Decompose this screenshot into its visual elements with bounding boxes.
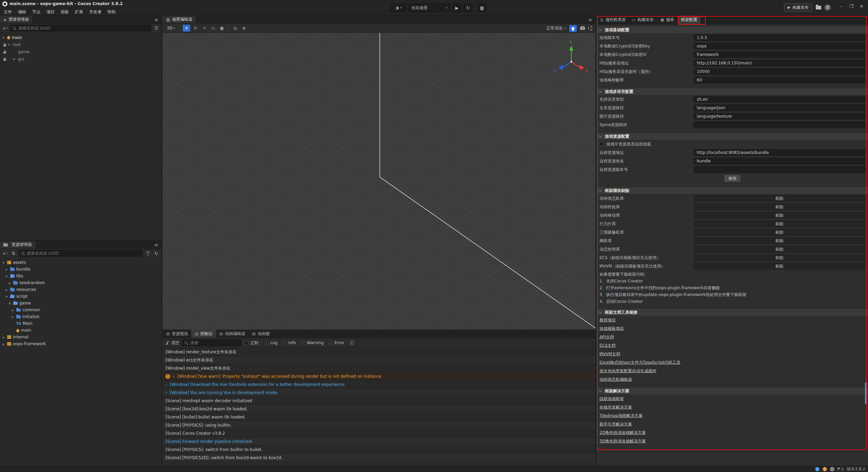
tab-scene-editor[interactable]: ▦场景编辑器 — [163, 16, 196, 23]
save-button[interactable]: 保存 — [725, 175, 740, 182]
help-button[interactable]: ? — [825, 4, 831, 11]
regex-checkbox[interactable]: 正则 — [244, 340, 258, 346]
console-search-input[interactable] — [190, 340, 241, 345]
scene-select-dropdown[interactable]: 当前场景▾ — [408, 3, 450, 12]
tree-row[interactable]: internal — [0, 334, 161, 340]
inspector-tab[interactable]: 属性检查器 — [597, 16, 629, 24]
gear-icon[interactable] — [588, 26, 593, 31]
assets-search-input[interactable] — [26, 251, 140, 256]
log-row[interactable]: ! › [Window] Download the Vue Devtools e… — [163, 380, 595, 389]
log-count-badge[interactable]: 3 — [815, 467, 820, 471]
expand-arrow-icon[interactable] — [3, 261, 7, 264]
section-header[interactable]: 框架解决方案 — [597, 388, 868, 394]
tree-row[interactable]: initialize — [0, 313, 161, 320]
log-row[interactable]: ! › [Scene] Forward render pipeline init… — [163, 437, 595, 446]
rotate-tool-button[interactable]: ↻ — [192, 25, 199, 32]
inspector-tab[interactable]: 框架配置 — [677, 16, 701, 24]
play-button[interactable]: ▶ — [452, 3, 461, 12]
checkbox-icon[interactable] — [282, 341, 287, 345]
log-filter-checkbox[interactable]: Log — [264, 340, 277, 345]
console-tab[interactable]: ▤ 控制台 — [191, 330, 216, 338]
sort-assets-button[interactable]: ⇅ — [10, 250, 17, 257]
log-filter-checkbox[interactable]: Warning — [301, 340, 323, 345]
console-tab[interactable]: ▤ 动画图 — [249, 330, 273, 338]
log-row[interactable]: ! › [Scene] [PHYSICS2D]: switch from box… — [163, 454, 595, 462]
doc-link[interactable]: 原生包热更新配置自动生成插件 — [599, 368, 656, 374]
expand-arrow-icon[interactable] — [3, 342, 7, 346]
checkbox-icon[interactable] — [264, 341, 269, 345]
error-count-badge[interactable]: 0 — [830, 467, 834, 471]
log-row[interactable]: ! › [Scene] [PHYSICS]: switch from built… — [163, 446, 595, 454]
expand-arrow-icon[interactable] — [6, 288, 10, 292]
remove-module-button[interactable]: 剔除 — [694, 195, 865, 202]
notification-indicator[interactable]: 0 — [837, 467, 844, 472]
assets-filter-button[interactable] — [144, 250, 151, 257]
pivot-toggle-button[interactable]: ◎ — [231, 25, 239, 32]
log-row[interactable]: ! › [Window] [Vue warn]: Property "onInp… — [163, 372, 595, 380]
rect-tool-button[interactable]: ▭ — [209, 25, 217, 32]
coordinate-toggle-button[interactable]: ⊕ — [240, 25, 248, 32]
panel-menu-icon[interactable]: ≡ — [151, 241, 161, 249]
doc-link[interactable]: 动画状态机编辑器 — [599, 376, 632, 382]
tab-hierarchy[interactable]: ◈层级管理器 — [0, 16, 32, 23]
field-input[interactable] — [694, 166, 865, 173]
solution-link[interactable]: 全栈开发解决方案 — [599, 404, 632, 410]
layout-button[interactable]: ▦ — [477, 3, 487, 12]
section-header[interactable]: 游戏资源配置 — [597, 133, 868, 140]
expand-arrow-icon[interactable] — [6, 268, 10, 271]
log-row[interactable]: ! › [Scene] [bullet]:bullet wasm lib loa… — [163, 413, 595, 421]
minimize-button[interactable]: – — [836, 2, 846, 11]
add-asset-button[interactable]: +▾ — [2, 250, 8, 257]
checkbox-icon[interactable] — [244, 341, 249, 345]
tree-row[interactable]: gui — [0, 55, 161, 62]
expand-arrow-icon[interactable] — [3, 335, 7, 339]
expand-arrow-icon[interactable] — [12, 315, 16, 319]
step-button[interactable]: ↻ — [463, 3, 473, 12]
solution-link[interactable]: 新手引导解决方案 — [599, 421, 632, 427]
solution-link[interactable]: 2D角色扮演游戏解决方案 — [599, 430, 646, 435]
field-input[interactable] — [694, 60, 865, 66]
panel-menu-icon[interactable]: ≡ — [151, 16, 161, 23]
tree-row[interactable]: game — [0, 300, 161, 307]
doc-link[interactable]: Excel格式转Json文件与TypeScript代码工具 — [599, 359, 680, 365]
remove-module-button[interactable]: 剔除 — [694, 254, 865, 261]
log-filter-checkbox[interactable]: Error — [329, 340, 344, 345]
open-project-folder-icon[interactable] — [816, 6, 821, 9]
field-input[interactable] — [694, 68, 865, 75]
build-publish-button[interactable]: 构建发布 — [784, 3, 812, 12]
remove-module-button[interactable]: 剔除 — [694, 220, 865, 227]
transform-tool-button[interactable]: ▣ — [218, 25, 225, 32]
solution-link[interactable]: 战棋游戏框架 — [599, 396, 624, 401]
log-row[interactable]: ! › [Scene] [box2d]:box2d wasm lib loade… — [163, 405, 595, 413]
panel-menu-icon[interactable]: ≡ — [585, 16, 595, 23]
tab-assets[interactable]: 资源管理器 — [0, 241, 35, 249]
menu-item[interactable]: 帮助 — [104, 8, 119, 16]
tree-row[interactable]: resources — [0, 286, 161, 293]
preview-device-button[interactable]: ◑▾ — [391, 3, 406, 12]
doc-link[interactable]: 游戏模板项目 — [599, 326, 624, 331]
tree-row[interactable]: seedrandom — [0, 279, 161, 286]
doc-link[interactable]: MVVM文档 — [599, 351, 620, 357]
remove-module-button[interactable]: 剔除 — [694, 229, 865, 236]
solution-link[interactable]: 3D角色扮演游戏解决方案 — [599, 438, 646, 444]
checkbox-icon[interactable] — [301, 341, 305, 345]
menu-item[interactable]: 节点 — [29, 8, 43, 16]
close-button[interactable]: ✕ — [856, 2, 867, 11]
assets-search[interactable] — [19, 250, 143, 257]
field-input[interactable] — [694, 34, 865, 41]
maximize-button[interactable]: ❐ — [846, 2, 856, 11]
log-file-icon[interactable] — [350, 341, 354, 345]
doc-link[interactable]: ECS文档 — [599, 342, 616, 348]
remove-module-button[interactable]: 剔除 — [694, 263, 865, 270]
log-row[interactable]: ! › [Window] You are running Vue in deve… — [163, 389, 595, 397]
log-row[interactable]: ! › [Window] model_view文件夹存在 — [163, 364, 595, 372]
field-input[interactable] — [694, 113, 865, 120]
menu-item[interactable]: 开发者 — [86, 8, 104, 16]
tree-row[interactable]: main — [0, 327, 161, 334]
expand-arrow-icon[interactable] — [9, 301, 13, 305]
expand-arrow-icon[interactable] — [3, 36, 7, 39]
tree-row[interactable]: libs — [0, 273, 161, 279]
tree-row[interactable]: script — [0, 293, 161, 300]
warning-count-badge[interactable]: 1 — [823, 467, 827, 471]
camera-icon[interactable] — [580, 27, 585, 30]
